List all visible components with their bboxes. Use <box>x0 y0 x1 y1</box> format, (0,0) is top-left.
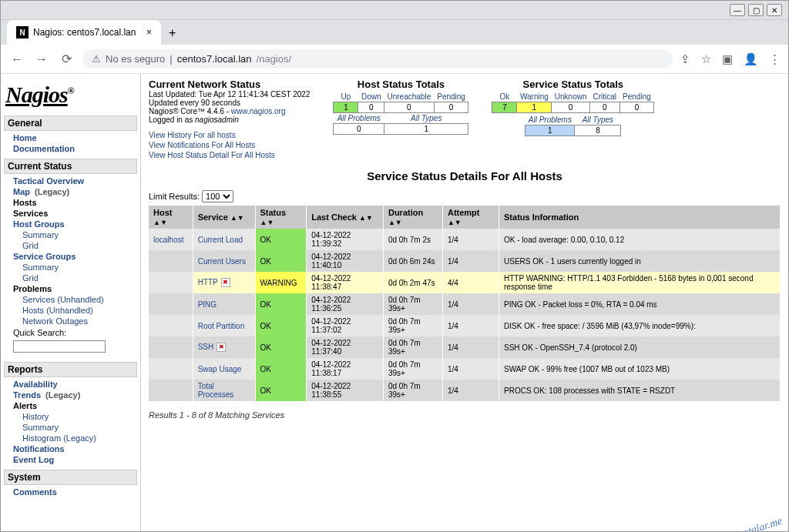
cell-info: PROCS OK: 108 processes with STATE = RSZ… <box>499 380 781 401</box>
host-all-problems-header[interactable]: All Problems <box>337 114 381 122</box>
host-link[interactable]: localhost <box>153 236 183 244</box>
link-view-host-detail[interactable]: View Host Status Detail For All Hosts <box>149 151 275 159</box>
nav-map-legacy[interactable]: (Legacy) <box>35 187 69 196</box>
col-host[interactable]: Host ▲▼ <box>149 206 193 229</box>
nav-notifications[interactable]: Notifications <box>13 444 65 453</box>
svc-all-types-count[interactable]: 8 <box>575 125 621 136</box>
address-bar[interactable]: ⚠ No es seguro | centos7.local.lan/nagio… <box>82 49 673 69</box>
svc-ok-header[interactable]: Ok <box>500 92 510 101</box>
host-pending-count[interactable]: 0 <box>434 102 468 113</box>
nav-documentation[interactable]: Documentation <box>13 144 75 153</box>
menu-icon[interactable]: ⋮ <box>769 52 781 66</box>
host-pending-header[interactable]: Pending <box>437 92 465 101</box>
forward-button[interactable]: → <box>33 51 50 68</box>
nav-sg-grid[interactable]: Grid <box>22 273 39 283</box>
nav-sg-summary[interactable]: Summary <box>22 263 59 272</box>
window-close[interactable]: ✕ <box>767 4 782 16</box>
host-unreachable-header[interactable]: Unreachable <box>388 92 431 101</box>
disabled-notification-icon[interactable]: ✖ <box>221 278 230 287</box>
svc-pending-count[interactable]: 0 <box>619 102 654 113</box>
bookmark-icon[interactable]: ☆ <box>701 52 711 66</box>
limit-select[interactable]: 100 <box>202 190 233 202</box>
cell-service: Swap Usage <box>193 358 255 380</box>
reading-list-icon[interactable]: ▣ <box>722 52 733 66</box>
watermark: comoinstalar.me <box>712 515 784 531</box>
share-icon[interactable]: ⇪ <box>680 52 690 66</box>
nav-event-log[interactable]: Event Log <box>13 455 54 464</box>
service-link[interactable]: HTTP <box>198 278 218 286</box>
new-tab-button[interactable]: + <box>161 22 183 45</box>
svc-all-types-header[interactable]: All Types <box>583 115 613 124</box>
nav-alerts[interactable]: Alerts <box>4 400 137 411</box>
svc-all-problems-count[interactable]: 1 <box>525 125 575 136</box>
host-up-header[interactable]: Up <box>341 92 351 101</box>
nav-problems[interactable]: Problems <box>4 283 137 294</box>
svc-warning-header[interactable]: Warning <box>520 92 549 101</box>
svc-pending-header[interactable]: Pending <box>623 92 651 101</box>
service-link[interactable]: Current Users <box>198 257 246 266</box>
host-up-count[interactable]: 1 <box>334 102 358 113</box>
nav-service-groups[interactable]: Service Groups <box>13 252 76 261</box>
nav-hg-summary[interactable]: Summary <box>22 230 59 239</box>
svc-unknown-header[interactable]: Unknown <box>555 92 587 101</box>
service-link[interactable]: Swap Usage <box>198 365 242 373</box>
nav-network-outages[interactable]: Network Outages <box>22 316 88 326</box>
link-view-notifications[interactable]: View Notifications For All Hosts <box>149 141 255 149</box>
service-link[interactable]: SSH <box>198 343 214 351</box>
nav-hosts-unhandled[interactable]: Hosts (Unhandled) <box>22 306 93 315</box>
cell-status: OK <box>255 380 307 401</box>
nav-alerts-histogram[interactable]: Histogram (Legacy) <box>22 433 96 443</box>
cell-info: OK - load average: 0.00, 0.10, 0.12 <box>499 229 781 250</box>
window-maximize[interactable]: ▢ <box>748 4 764 16</box>
nav-hg-grid[interactable]: Grid <box>22 241 39 250</box>
nav-alerts-summary[interactable]: Summary <box>22 423 59 432</box>
svc-critical-header[interactable]: Critical <box>593 92 617 101</box>
window-minimize[interactable]: — <box>730 4 745 16</box>
insecure-label: No es seguro <box>106 53 165 65</box>
svc-all-problems-header[interactable]: All Problems <box>529 115 572 124</box>
nav-hosts[interactable]: Hosts <box>4 197 137 208</box>
quick-search-input[interactable] <box>13 340 106 353</box>
col-last-check[interactable]: Last Check ▲▼ <box>307 206 384 229</box>
browser-tab[interactable]: N Nagios: centos7.local.lan × <box>7 20 161 45</box>
nav-svc-unhandled[interactable]: Services (Unhandled) <box>22 295 104 304</box>
link-view-history[interactable]: View History For all hosts <box>149 131 236 139</box>
svc-warning-count[interactable]: 1 <box>517 102 552 113</box>
nav-trends-legacy[interactable]: (Legacy) <box>45 390 80 400</box>
nav-map[interactable]: Map <box>13 187 30 196</box>
col-info[interactable]: Status Information <box>499 206 781 229</box>
disabled-notification-icon[interactable]: ✖ <box>217 343 226 352</box>
service-link[interactable]: Root Partition <box>198 322 245 330</box>
host-unreachable-count[interactable]: 0 <box>384 102 435 113</box>
tab-close-icon[interactable]: × <box>146 27 152 38</box>
nav-alerts-history[interactable]: History <box>22 412 49 421</box>
nagios-org-link[interactable]: www.nagios.org <box>231 107 286 115</box>
reload-button[interactable]: ⟳ <box>58 51 75 68</box>
host-down-count[interactable]: 0 <box>358 102 384 113</box>
profile-icon[interactable]: 👤 <box>744 52 758 66</box>
host-all-problems-count[interactable]: 0 <box>334 124 384 135</box>
col-attempt[interactable]: Attempt ▲▼ <box>442 206 499 229</box>
service-link[interactable]: PING <box>198 300 217 309</box>
cell-status: OK <box>255 336 307 358</box>
col-status[interactable]: Status ▲▼ <box>255 206 307 229</box>
svc-unknown-count[interactable]: 0 <box>552 102 590 113</box>
nav-host-groups[interactable]: Host Groups <box>13 219 65 229</box>
svc-ok-count[interactable]: 7 <box>492 102 517 113</box>
svc-critical-count[interactable]: 0 <box>590 102 620 113</box>
nav-home[interactable]: Home <box>13 133 37 142</box>
nav-comments[interactable]: Comments <box>13 487 57 497</box>
col-service[interactable]: Service ▲▼ <box>193 206 255 229</box>
cell-info: DISK OK - free space: / 3596 MiB (43,97%… <box>499 315 781 336</box>
nav-services[interactable]: Services <box>4 208 137 219</box>
service-link[interactable]: Total Processes <box>198 382 234 399</box>
service-link[interactable]: Current Load <box>198 236 243 244</box>
back-button[interactable]: ← <box>8 51 25 68</box>
host-down-header[interactable]: Down <box>361 92 381 101</box>
col-duration[interactable]: Duration ▲▼ <box>383 206 442 229</box>
nav-availability[interactable]: Availability <box>13 380 58 389</box>
nav-tactical[interactable]: Tactical Overview <box>13 176 84 186</box>
nav-trends[interactable]: Trends <box>13 390 41 400</box>
host-all-types-header[interactable]: All Types <box>411 114 442 122</box>
host-all-types-count[interactable]: 1 <box>384 124 468 135</box>
